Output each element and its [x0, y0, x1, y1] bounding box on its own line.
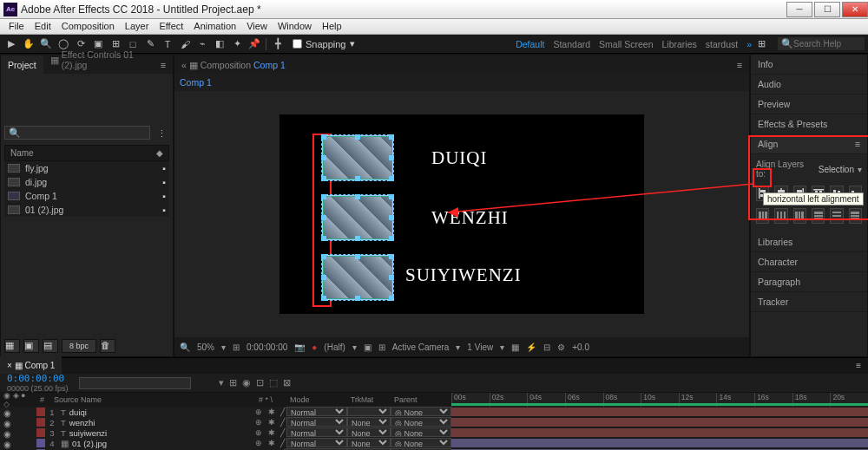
magnify-icon[interactable]: 🔍 — [180, 342, 190, 352]
bpc-indicator[interactable]: 8 bpc — [62, 339, 96, 353]
menu-animation[interactable]: Animation — [188, 19, 241, 34]
label-color[interactable] — [36, 408, 45, 416]
new-comp-icon[interactable]: ▤ — [43, 339, 58, 353]
res-auto-icon[interactable]: ⊞ — [233, 342, 240, 352]
view-count[interactable]: 1 View — [467, 342, 493, 352]
layer-switches[interactable]: ⊕ ✱ ╱ — [255, 418, 286, 427]
menu-effect[interactable]: Effect — [154, 19, 188, 34]
window-maximize-button[interactable]: ☐ — [814, 2, 840, 17]
search-input[interactable] — [793, 39, 861, 49]
timeline-layer-row[interactable]: ◉2Twenzhi⊕ ✱ ╱NormalNone◎ None — [0, 417, 451, 427]
frame-blend-icon[interactable]: ⊞ — [229, 377, 237, 388]
timeline-tracks[interactable]: 00s02s04s06s08s10s12s14s16s18s20s — [451, 393, 868, 450]
draft-3d-icon[interactable]: ⬚ — [269, 377, 278, 388]
project-list-header[interactable]: Name ◆ — [4, 145, 169, 161]
exposure[interactable]: +0.0 — [572, 342, 589, 352]
panel-character[interactable]: Character — [751, 252, 867, 272]
panel-menu-button[interactable]: ≡ — [730, 55, 749, 74]
lock-icon[interactable] — [23, 429, 30, 436]
snapping-options-icon[interactable]: ▾ — [350, 38, 355, 49]
lock-icon[interactable] — [23, 440, 30, 447]
menu-edit[interactable]: Edit — [30, 19, 56, 34]
layer-name[interactable]: Tduiqi — [59, 408, 255, 417]
text-layer-2[interactable]: WENZHI — [431, 207, 509, 229]
search-help[interactable]: 🔍 — [778, 37, 865, 50]
selection-tool-icon[interactable]: ▶ — [3, 36, 19, 52]
col-visibility[interactable]: ◉ ◈ ● ◇ — [0, 391, 36, 408]
parent-select[interactable]: ◎ None — [391, 427, 451, 437]
project-filter-icon[interactable]: ⋮ — [154, 126, 169, 141]
new-folder-icon[interactable]: ▣ — [23, 339, 39, 353]
lock-icon[interactable] — [23, 419, 30, 426]
text-layer-3[interactable]: SUIYIWENZI — [405, 264, 522, 286]
visibility-icon[interactable]: ◉ — [3, 440, 10, 447]
pixel-aspect-icon[interactable]: ▦ — [511, 342, 519, 352]
blend-mode-select[interactable]: Normal — [286, 407, 347, 416]
text-layer-1[interactable]: DUIQI — [431, 147, 487, 169]
lock-icon[interactable] — [23, 408, 30, 415]
layer-name[interactable]: Tsuiyiwenzi — [59, 428, 255, 438]
flowchart-icon[interactable]: ⚙ — [557, 342, 565, 352]
flowchart-icon[interactable]: « — [181, 60, 187, 70]
motion-blur-icon[interactable]: ◉ — [242, 377, 251, 388]
timeline-tab[interactable]: × ▦ Comp 1 — [0, 356, 62, 374]
panel-effects-presets[interactable]: Effects & Presets — [751, 114, 867, 134]
layer-image-3[interactable] — [323, 256, 392, 299]
project-item[interactable]: 01 (2).jpg▪ — [4, 203, 169, 217]
channel-icon[interactable]: ● — [312, 342, 317, 352]
chevron-down-icon[interactable]: ▾ — [352, 342, 357, 352]
solo-icon[interactable] — [13, 419, 20, 426]
timeline-layer-row[interactable]: ◉1Tduiqi⊕ ✱ ╱Normal◎ None — [0, 407, 451, 417]
brush-tool-icon[interactable]: 🖌 — [177, 36, 193, 52]
resolution[interactable]: (Half) — [324, 342, 345, 352]
align-target-select[interactable]: Selection — [819, 165, 854, 174]
col-parent[interactable]: Parent — [391, 395, 451, 404]
panel-menu-icon[interactable]: ⊞ — [753, 36, 769, 52]
panel-libraries[interactable]: Libraries — [751, 232, 867, 252]
timeline-layer-row[interactable]: ◉4▦01 (2).jpg⊕ ✱ ╱NormalNone◎ None — [0, 438, 451, 448]
chevron-down-icon[interactable]: ▾ — [221, 342, 226, 352]
graph-editor-icon[interactable]: ⊡ — [256, 377, 264, 388]
label-color[interactable] — [36, 418, 45, 427]
trkmat-select[interactable]: None — [347, 427, 391, 437]
project-item[interactable]: fly.jpg▪ — [4, 161, 169, 175]
col-switches[interactable]: # * \ — [255, 395, 286, 404]
layer-bar[interactable] — [451, 427, 868, 438]
snapping-toggle[interactable]: Snapping ▾ — [293, 38, 355, 49]
timeline-search-input[interactable] — [79, 377, 191, 389]
visibility-icon[interactable]: ◉ — [3, 429, 10, 436]
composition-viewer[interactable]: DUIQI WENZHI SUIYIWENZI — [174, 91, 749, 337]
puppet-tool-icon[interactable]: 📌 — [247, 36, 262, 52]
panel-menu-button[interactable]: ≡ — [849, 356, 868, 374]
blend-mode-select[interactable]: Normal — [286, 427, 347, 437]
label-color[interactable] — [36, 428, 45, 437]
shy-icon[interactable]: ▾ — [219, 377, 224, 388]
layer-image-1[interactable] — [323, 136, 392, 179]
tab-effect-controls[interactable]: ▦ Effect Controls 01 (2).jpg — [43, 45, 154, 74]
roto-tool-icon[interactable]: ✦ — [229, 36, 245, 52]
menu-help[interactable]: Help — [317, 19, 347, 34]
panel-align[interactable]: Align≡ — [751, 134, 867, 154]
clone-tool-icon[interactable]: ⌁ — [194, 36, 210, 52]
work-area-bar[interactable] — [451, 403, 868, 406]
sort-icon[interactable]: ◆ — [156, 148, 163, 158]
grid-icon[interactable]: ⊞ — [378, 342, 385, 352]
panel-audio[interactable]: Audio — [751, 75, 867, 95]
comp-breadcrumb[interactable]: Comp 1 — [174, 74, 749, 91]
fast-preview-icon[interactable]: ⚡ — [526, 342, 536, 352]
col-source[interactable]: Source Name — [50, 395, 255, 404]
panel-paragraph[interactable]: Paragraph — [751, 272, 867, 292]
eraser-tool-icon[interactable]: ◧ — [212, 36, 227, 52]
layer-name[interactable]: ▦01 (2).jpg — [59, 439, 255, 448]
layer-name[interactable]: Twenzhi — [59, 418, 255, 427]
label-color[interactable] — [36, 439, 45, 447]
solo-icon[interactable] — [13, 429, 20, 436]
panel-preview[interactable]: Preview — [751, 95, 867, 114]
zoom-level[interactable]: 50% — [197, 342, 214, 352]
visibility-icon[interactable]: ◉ — [3, 419, 10, 426]
menu-view[interactable]: View — [241, 19, 273, 34]
distribute-top-button[interactable] — [812, 208, 825, 224]
snapping-checkbox[interactable] — [293, 39, 302, 49]
panel-menu-button[interactable]: ≡ — [154, 55, 173, 74]
distribute-hcenter-button[interactable] — [774, 208, 787, 224]
